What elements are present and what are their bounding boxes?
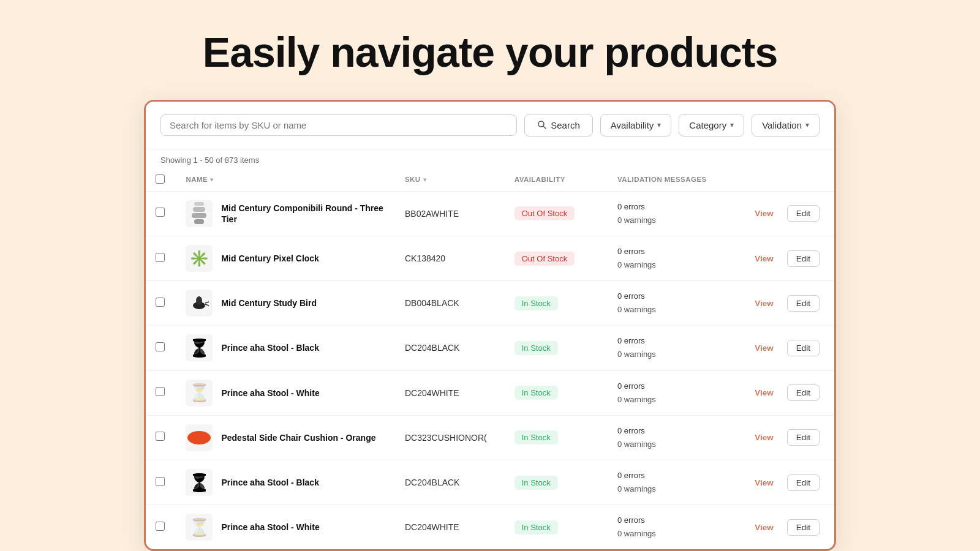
sort-icon: ▾ — [210, 176, 213, 183]
edit-button[interactable]: Edit — [787, 474, 820, 491]
availability-cell: In Stock — [505, 505, 608, 550]
view-button[interactable]: View — [746, 295, 782, 312]
sku-cell: DB004BLACK — [395, 281, 505, 326]
row-checkbox[interactable] — [156, 253, 165, 262]
warnings-count: 0 warnings — [617, 393, 726, 407]
row-checkbox[interactable] — [156, 387, 165, 396]
product-thumbnail: ✳️ — [186, 245, 213, 272]
svg-rect-3 — [193, 207, 205, 212]
svg-point-7 — [196, 296, 202, 305]
warnings-count: 0 warnings — [617, 258, 726, 272]
sku-value: DC323CUSHIONOR( — [405, 433, 487, 443]
availability-column-header: AVAILABILITY — [505, 168, 608, 192]
errors-count: 0 errors — [617, 290, 726, 303]
view-button[interactable]: View — [746, 250, 782, 267]
product-name-cell: Mid Century Study Bird — [176, 281, 395, 326]
table-row: ⏳ Prince aha Stool - White DC204WHITE In… — [146, 370, 834, 415]
table-row: Mid Century Componibili Round - Three Ti… — [146, 191, 834, 236]
actions-cell: View Edit — [736, 191, 834, 236]
category-filter-button[interactable]: Category ▾ — [679, 114, 744, 137]
table-row: Pedestal Side Chair Cushion - Orange DC3… — [146, 415, 834, 460]
availability-filter-button[interactable]: Availability ▾ — [600, 114, 672, 137]
view-button[interactable]: View — [746, 474, 782, 491]
errors-count: 0 errors — [617, 380, 726, 393]
chevron-down-icon: ▾ — [657, 121, 661, 129]
availability-badge: In Stock — [514, 341, 558, 355]
warnings-count: 0 warnings — [617, 482, 726, 496]
warnings-count: 0 warnings — [617, 214, 726, 227]
availability-badge: In Stock — [514, 386, 558, 400]
product-thumbnail: ⏳ — [186, 334, 213, 361]
edit-button[interactable]: Edit — [787, 250, 820, 267]
edit-button[interactable]: Edit — [787, 384, 820, 401]
sort-icon: ▾ — [423, 176, 426, 183]
row-checkbox[interactable] — [156, 342, 165, 351]
search-button[interactable]: Search — [524, 114, 593, 137]
showing-label: Showing 1 - 50 of 873 items — [146, 149, 834, 168]
sku-cell: DC204BLACK — [395, 326, 505, 370]
row-checkbox[interactable] — [156, 432, 165, 441]
view-button[interactable]: View — [746, 340, 782, 356]
row-checkbox[interactable] — [156, 477, 165, 486]
sku-cell: BB02AWHITE — [395, 191, 505, 236]
name-column-header: NAME ▾ — [186, 176, 213, 183]
edit-button[interactable]: Edit — [787, 519, 820, 536]
errors-count: 0 errors — [617, 245, 726, 258]
product-thumbnail: ⏳ — [186, 514, 213, 541]
table-row: Mid Century Study Bird DB004BLACK In Sto… — [146, 281, 834, 326]
search-input[interactable] — [170, 120, 508, 130]
svg-line-8 — [205, 302, 209, 303]
row-checkbox-cell — [146, 191, 176, 236]
toolbar: Search Availability ▾ Category ▾ Validat… — [146, 102, 834, 149]
svg-line-1 — [543, 126, 546, 129]
row-checkbox[interactable] — [156, 298, 165, 307]
product-name-cell: ✳️ Mid Century Pixel Clock — [176, 236, 395, 280]
app-window: Search Availability ▾ Category ▾ Validat… — [144, 100, 836, 551]
product-name: Prince aha Stool - White — [221, 388, 319, 399]
svg-line-9 — [205, 304, 209, 305]
availability-cell: In Stock — [505, 326, 608, 370]
availability-cell: In Stock — [505, 370, 608, 415]
svg-rect-5 — [194, 219, 204, 224]
sku-value: DC204WHITE — [405, 522, 459, 532]
product-name-cell: ⏳ Prince aha Stool - Black — [176, 460, 395, 504]
svg-rect-4 — [192, 213, 206, 218]
view-button[interactable]: View — [746, 205, 782, 222]
select-all-checkbox[interactable] — [156, 174, 165, 184]
validation-cell: 0 errors 0 warnings — [608, 415, 736, 460]
edit-button[interactable]: Edit — [787, 205, 820, 222]
edit-button[interactable]: Edit — [787, 295, 820, 312]
availability-badge: In Stock — [514, 520, 558, 534]
view-button[interactable]: View — [746, 519, 782, 536]
warnings-count: 0 warnings — [617, 438, 726, 451]
warnings-count: 0 warnings — [617, 527, 726, 541]
row-checkbox[interactable] — [156, 208, 165, 217]
row-checkbox-cell — [146, 236, 176, 280]
edit-button[interactable]: Edit — [787, 340, 820, 356]
view-button[interactable]: View — [746, 429, 782, 446]
product-name: Prince aha Stool - Black — [221, 342, 319, 353]
sku-value: BB02AWHITE — [405, 209, 459, 219]
errors-count: 0 errors — [617, 334, 726, 348]
availability-cell: In Stock — [505, 460, 608, 504]
availability-badge: Out Of Stock — [514, 206, 575, 220]
product-name-cell: ⏳ Prince aha Stool - Black — [176, 326, 395, 370]
availability-cell: In Stock — [505, 281, 608, 326]
view-button[interactable]: View — [746, 384, 782, 401]
validation-cell: 0 errors 0 warnings — [608, 281, 736, 326]
sku-cell: DC204WHITE — [395, 370, 505, 415]
product-name-cell: ⏳ Prince aha Stool - White — [176, 505, 395, 550]
validation-filter-button[interactable]: Validation ▾ — [752, 114, 820, 137]
errors-count: 0 errors — [617, 200, 726, 214]
sku-cell: DC204BLACK — [395, 460, 505, 504]
warnings-count: 0 warnings — [617, 303, 726, 317]
sku-value: DC204BLACK — [405, 343, 460, 353]
row-checkbox-cell — [146, 281, 176, 326]
sku-cell: DC323CUSHIONOR( — [395, 415, 505, 460]
errors-count: 0 errors — [617, 469, 726, 482]
edit-button[interactable]: Edit — [787, 429, 820, 446]
row-checkbox-cell — [146, 370, 176, 415]
row-checkbox[interactable] — [156, 522, 165, 531]
actions-cell: View Edit — [736, 460, 834, 504]
product-thumbnail — [186, 200, 213, 227]
